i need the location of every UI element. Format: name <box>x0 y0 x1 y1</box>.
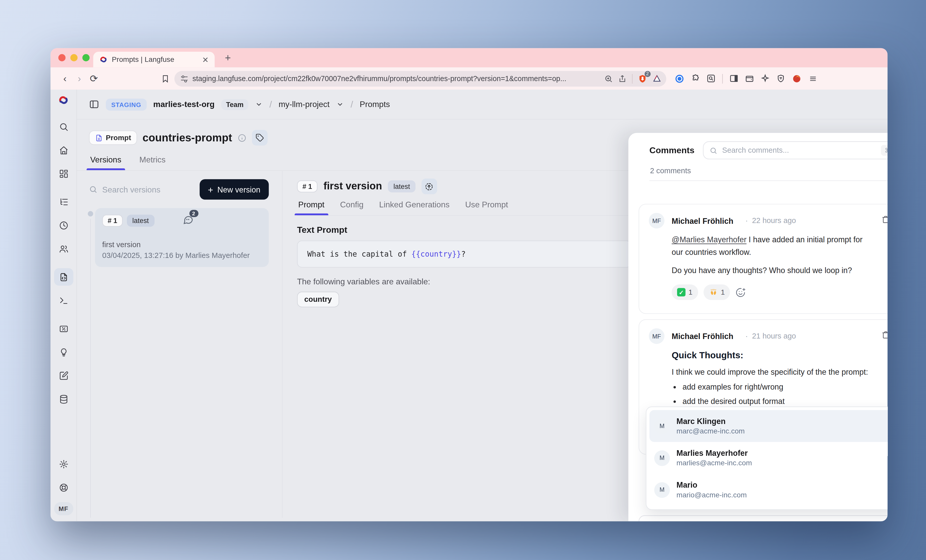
sidebar-item-tracing[interactable] <box>54 193 73 210</box>
tab-config[interactable]: Config <box>340 200 363 215</box>
panel-toggle-icon[interactable] <box>89 99 99 110</box>
add-reaction-icon[interactable] <box>735 287 746 297</box>
raised-hands-emoji-icon <box>709 288 718 297</box>
promote-version-button[interactable] <box>421 179 437 194</box>
tab-versions[interactable]: Versions <box>90 155 121 170</box>
timeline-dot <box>88 211 93 216</box>
sidebar-item-annotation[interactable] <box>54 367 73 384</box>
sidebar-item-search[interactable] <box>54 118 73 135</box>
sidebar-item-prompts[interactable] <box>54 268 73 286</box>
user-avatar[interactable]: MF <box>54 502 73 515</box>
chevron-down-icon[interactable] <box>336 100 344 108</box>
url-text[interactable]: staging.langfuse.com/project/cm22fk0w700… <box>192 74 600 83</box>
maximize-window-button[interactable] <box>82 54 89 61</box>
tab-title: Prompts | Langfuse <box>112 55 198 64</box>
breadcrumb-separator: / <box>269 99 272 110</box>
comment-paragraph: Do you have any thoughts? Who should we … <box>672 266 888 275</box>
tab-metrics[interactable]: Metrics <box>139 155 165 170</box>
breadcrumb-separator: / <box>351 99 353 110</box>
brave-rewards-icon[interactable] <box>652 74 661 83</box>
shield-counter-badge: 2 <box>645 71 651 76</box>
page-title: countries-prompt <box>142 132 232 144</box>
tab-use-prompt[interactable]: Use Prompt <box>465 200 508 215</box>
zoom-page-icon[interactable] <box>604 74 613 83</box>
mention-link[interactable]: @Marlies Mayerhofer <box>672 235 747 244</box>
sidebar-item-sessions[interactable] <box>54 216 73 234</box>
breadcrumb-org[interactable]: marlies-test-org <box>153 100 215 109</box>
sidebar-item-dashboards[interactable] <box>54 165 73 182</box>
browser-tab[interactable]: Prompts | Langfuse ✕ <box>93 51 215 67</box>
menu-hamburger-icon[interactable] <box>808 74 818 83</box>
reaction-raised-hands[interactable]: 1 <box>703 285 730 300</box>
sidebar-item-home[interactable] <box>54 141 73 159</box>
profile-avatar-icon[interactable] <box>792 74 802 83</box>
minimize-window-button[interactable] <box>70 54 77 61</box>
shortcut-badge: ⌘ F <box>881 145 888 156</box>
close-window-button[interactable] <box>58 54 65 61</box>
comments-indicator[interactable]: 2 <box>183 214 193 227</box>
tab-linked-generations[interactable]: Linked Generations <box>379 200 449 215</box>
variable-chip[interactable]: country <box>297 292 339 307</box>
prompt-type-label: Prompt <box>106 133 131 142</box>
sidebar-item-users[interactable] <box>54 240 73 257</box>
mention-option-marlies[interactable]: M Marlies Mayerhofer marlies@acme-inc.co… <box>649 442 888 474</box>
search-comments-input[interactable]: Search comments... ⌘ F <box>703 141 888 159</box>
info-icon[interactable] <box>238 133 247 142</box>
search-versions-input[interactable]: Search versions <box>89 185 200 194</box>
delete-comment-button[interactable] <box>882 331 888 342</box>
sidebar-item-support[interactable] <box>54 479 73 496</box>
reaction-check[interactable]: ✓ 1 <box>672 285 698 300</box>
new-version-button[interactable]: + New version <box>200 179 269 200</box>
app-sidebar: MF <box>51 89 77 521</box>
new-tab-button[interactable]: + <box>225 52 231 64</box>
sidebar-item-playground[interactable] <box>54 292 73 309</box>
version-name: first version <box>102 241 262 249</box>
back-button[interactable]: ‹ <box>58 73 72 84</box>
comment-time: 22 hours ago <box>752 216 796 225</box>
brave-shield-icon[interactable]: 2 <box>638 74 647 83</box>
timeline-line <box>90 219 91 518</box>
browser-window: Prompts | Langfuse ✕ + ‹ › ⟳ staging.lan… <box>51 48 888 521</box>
browser-tab-strip: Prompts | Langfuse ✕ + <box>51 48 888 67</box>
leo-ai-icon[interactable] <box>761 74 770 83</box>
forward-button[interactable]: › <box>72 73 86 84</box>
comments-count: 2 comments <box>650 166 888 175</box>
mention-option-mario[interactable]: M Mario mario@acme-inc.com <box>649 474 888 506</box>
vpn-shield-icon[interactable] <box>776 74 785 83</box>
tab-close-icon[interactable]: ✕ <box>202 55 209 64</box>
wallet-icon[interactable] <box>745 74 754 83</box>
search-versions-placeholder: Search versions <box>102 185 160 194</box>
desktop-background: Prompts | Langfuse ✕ + ‹ › ⟳ staging.lan… <box>0 0 926 560</box>
trash-icon <box>882 331 888 339</box>
mention-option-marc[interactable]: M Marc Klingen marc@acme-inc.com <box>649 410 888 442</box>
delete-comment-button[interactable] <box>882 215 888 226</box>
extensions-puzzle-icon[interactable] <box>691 74 700 83</box>
chevron-down-icon[interactable] <box>255 100 263 108</box>
bookmark-icon[interactable] <box>161 74 169 83</box>
tab-prompt[interactable]: Prompt <box>298 200 324 215</box>
version-list-item[interactable]: # 1 latest 2 first version 03/04/2025, 1… <box>95 208 269 267</box>
sidebar-item-scores[interactable] <box>54 344 73 361</box>
onepassword-icon[interactable] <box>675 74 684 83</box>
org-role-badge: Team <box>221 99 248 110</box>
search-tabs-icon[interactable] <box>707 74 716 83</box>
breadcrumb-section[interactable]: Prompts <box>360 100 390 109</box>
comment-bullet: add the desired output format <box>682 397 888 406</box>
reload-button[interactable]: ⟳ <box>86 73 101 84</box>
prompt-type-badge: Prompt <box>89 130 137 145</box>
tag-icon <box>256 133 264 142</box>
sidebar-item-datasets[interactable] <box>54 390 73 408</box>
search-icon <box>89 185 98 194</box>
sidebar-item-evaluation[interactable] <box>54 320 73 337</box>
tag-button[interactable] <box>252 130 268 145</box>
site-settings-icon[interactable] <box>180 75 188 82</box>
sidebar-item-settings[interactable] <box>54 455 73 473</box>
comments-count-badge: 2 <box>189 210 198 217</box>
sidebar-panel-icon[interactable] <box>729 74 738 83</box>
comment-input[interactable]: What are your thoughts @Mar <box>639 515 888 521</box>
divider <box>722 74 723 83</box>
share-icon[interactable] <box>618 74 627 83</box>
url-bar[interactable]: staging.langfuse.com/project/cm22fk0w700… <box>174 71 666 86</box>
breadcrumb-project[interactable]: my-llm-project <box>278 100 330 109</box>
comment-bullet: add examples for right/wrong <box>682 382 888 391</box>
